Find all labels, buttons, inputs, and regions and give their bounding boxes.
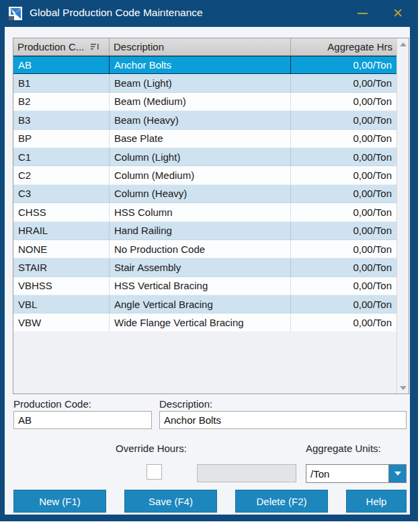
cell-production-code: C3 — [13, 185, 110, 203]
cell-description: HSS Column — [110, 203, 291, 221]
title-bar: Global Production Code Maintenance ✕ — [0, 0, 418, 27]
cell-description: Wide Flange Vertical Bracing — [110, 313, 291, 332]
cell-production-code: CHSS — [13, 203, 110, 221]
table-row[interactable]: HRAIL Hand Railing 0,00/Ton — [13, 222, 396, 240]
new-button[interactable]: New (F1) — [13, 490, 106, 513]
cell-production-code: AB — [13, 57, 110, 73]
arrow-down-icon — [400, 386, 407, 390]
cell-aggregate-hrs: 0,00/Ton — [291, 93, 396, 111]
dialog-window: Global Production Code Maintenance ✕ Pro… — [0, 0, 418, 521]
cell-production-code: STAIR — [13, 258, 110, 276]
dialog-content: Production C... Description Aggregate Hr… — [5, 27, 410, 515]
cell-description: Column (Light) — [110, 148, 291, 166]
table-row[interactable]: B3 Beam (Heavy) 0,00/Ton — [13, 111, 396, 129]
column-header-description[interactable]: Description — [110, 38, 291, 55]
cell-description: HSS Vertical Bracing — [110, 277, 291, 295]
description-input[interactable] — [159, 411, 407, 429]
cell-description: Column (Medium) — [110, 166, 291, 184]
table-row[interactable]: STAIR Stair Assembly 0,00/Ton — [13, 258, 396, 276]
minimize-icon — [358, 13, 368, 14]
table-row[interactable]: NONE No Production Code 0,00/Ton — [13, 240, 396, 258]
dropdown-button[interactable] — [388, 465, 406, 482]
cell-aggregate-hrs: 0,00/Ton — [291, 57, 396, 73]
cell-description: Beam (Light) — [110, 74, 291, 92]
cell-aggregate-hrs: 0,00/Ton — [291, 295, 396, 313]
cell-production-code: B2 — [13, 93, 110, 111]
cell-description: Column (Heavy) — [110, 185, 291, 203]
cell-aggregate-hrs: 0,00/Ton — [291, 222, 396, 240]
override-hours-input — [197, 464, 296, 482]
close-button[interactable]: ✕ — [390, 4, 406, 22]
table-row[interactable]: B1 Beam (Light) 0,00/Ton — [13, 74, 396, 92]
override-hours-checkbox[interactable] — [146, 464, 162, 480]
cell-production-code: VBHSS — [13, 277, 110, 295]
cell-aggregate-hrs: 0,00/Ton — [291, 258, 396, 276]
cell-production-code: HRAIL — [13, 222, 110, 240]
cell-production-code: C1 — [13, 148, 110, 166]
column-header-aggregate-hrs[interactable]: Aggregate Hrs — [291, 38, 396, 55]
scroll-down-button[interactable] — [397, 382, 409, 394]
cell-aggregate-hrs: 0,00/Ton — [291, 148, 396, 166]
sort-ascending-icon — [91, 43, 99, 50]
cell-aggregate-hrs: 0,00/Ton — [291, 185, 396, 203]
save-button[interactable]: Save (F4) — [124, 490, 217, 513]
description-label: Description: — [159, 398, 212, 410]
cell-production-code: VBW — [13, 313, 110, 332]
cell-description: No Production Code — [110, 240, 291, 258]
aggregate-units-label: Aggregate Units: — [306, 443, 381, 454]
cell-description: Beam (Heavy) — [110, 111, 291, 129]
cell-description: Stair Assembly — [110, 258, 291, 276]
cell-production-code: B1 — [13, 74, 110, 92]
table-main: Production C... Description Aggregate Hr… — [13, 38, 396, 394]
cell-description: Angle Vertical Bracing — [110, 295, 291, 313]
table-row[interactable]: VBL Angle Vertical Bracing 0,00/Ton — [13, 295, 396, 313]
table-row[interactable]: BP Base Plate 0,00/Ton — [13, 130, 396, 148]
table-body: AB Anchor Bolts 0,00/Ton B1 Beam (Light)… — [13, 56, 396, 394]
cell-aggregate-hrs: 0,00/Ton — [291, 313, 396, 332]
table-row[interactable]: B2 Beam (Medium) 0,00/Ton — [13, 93, 396, 111]
vertical-scrollbar[interactable] — [396, 38, 409, 394]
table-row[interactable]: C2 Column (Medium) 0,00/Ton — [13, 166, 396, 184]
cell-aggregate-hrs: 0,00/Ton — [291, 203, 396, 221]
cell-production-code: BP — [13, 130, 110, 148]
aggregate-units-dropdown[interactable]: /Ton — [306, 464, 407, 483]
table-header-row: Production C... Description Aggregate Hr… — [13, 38, 396, 56]
cell-description: Base Plate — [110, 130, 291, 148]
scroll-up-button[interactable] — [397, 38, 409, 50]
table-row[interactable]: C1 Column (Light) 0,00/Ton — [13, 148, 396, 166]
production-code-input[interactable] — [13, 411, 152, 429]
cell-description: Anchor Bolts — [110, 57, 291, 73]
arrow-up-icon — [400, 42, 407, 46]
table-row[interactable]: CHSS HSS Column 0,00/Ton — [13, 203, 396, 221]
cell-aggregate-hrs: 0,00/Ton — [291, 166, 396, 184]
production-code-label: Production Code: — [13, 398, 91, 410]
minimize-button[interactable] — [355, 5, 370, 22]
cell-aggregate-hrs: 0,00/Ton — [291, 74, 396, 92]
cell-production-code: VBL — [13, 295, 110, 313]
table-row[interactable]: C3 Column (Heavy) 0,00/Ton — [13, 185, 396, 203]
cell-production-code: NONE — [13, 240, 110, 258]
cell-production-code: B3 — [13, 111, 110, 129]
chevron-down-icon — [394, 472, 401, 476]
column-header-production-code[interactable]: Production C... — [13, 38, 110, 55]
override-hours-label: Override Hours: — [116, 443, 187, 454]
delete-button[interactable]: Delete (F2) — [235, 490, 328, 513]
table-row[interactable]: VBHSS HSS Vertical Bracing 0,00/Ton — [13, 277, 396, 295]
window-title: Global Production Code Maintenance — [30, 7, 203, 19]
cell-aggregate-hrs: 0,00/Ton — [291, 277, 396, 295]
app-logo-icon — [8, 6, 23, 21]
cell-description: Beam (Medium) — [110, 93, 291, 111]
help-button[interactable]: Help — [346, 490, 407, 513]
cell-description: Hand Railing — [110, 222, 291, 240]
cell-aggregate-hrs: 0,00/Ton — [291, 111, 396, 129]
production-code-table: Production C... Description Aggregate Hr… — [13, 38, 409, 394]
cell-aggregate-hrs: 0,00/Ton — [291, 240, 396, 258]
cell-aggregate-hrs: 0,00/Ton — [291, 130, 396, 148]
table-row[interactable]: AB Anchor Bolts 0,00/Ton — [13, 56, 396, 74]
cell-production-code: C2 — [13, 166, 110, 184]
table-row[interactable]: VBW Wide Flange Vertical Bracing 0,00/To… — [13, 313, 396, 332]
aggregate-units-value: /Ton — [306, 465, 388, 482]
